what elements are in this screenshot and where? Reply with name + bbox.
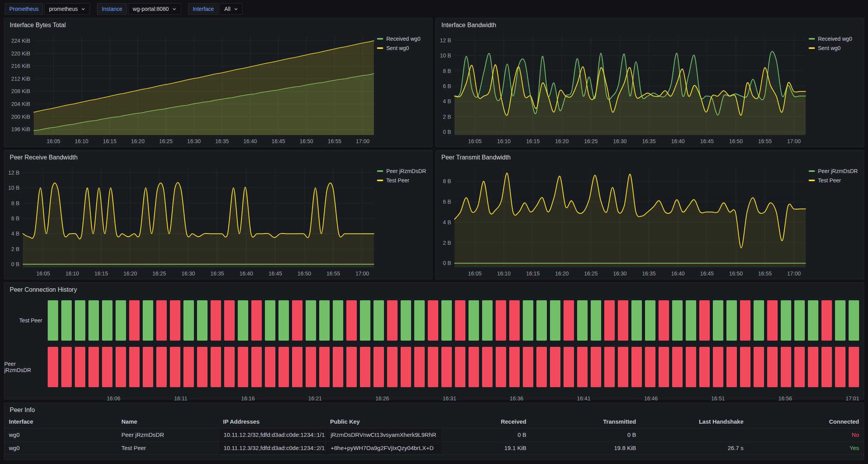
history-bar-connected[interactable]: [577, 300, 588, 341]
panel-title[interactable]: Peer Transmit Bandwidth: [436, 151, 864, 163]
history-bar-disconnected[interactable]: [659, 347, 669, 387]
panel-title[interactable]: Interface Bytes Total: [4, 18, 432, 30]
history-bar-connected[interactable]: [726, 300, 737, 341]
history-bar-disconnected[interactable]: [116, 347, 126, 387]
column-header-name[interactable]: Name: [117, 415, 218, 428]
legend-item[interactable]: Received wg0: [809, 36, 861, 42]
history-bar-disconnected[interactable]: [238, 347, 248, 387]
history-bar-disconnected[interactable]: [835, 347, 846, 387]
history-bar-connected[interactable]: [645, 300, 655, 341]
history-bar-connected[interactable]: [401, 300, 411, 341]
history-bar-disconnected[interactable]: [604, 347, 615, 387]
legend-item[interactable]: Test Peer: [809, 177, 861, 184]
history-bar-connected[interactable]: [48, 300, 58, 341]
history-bar-disconnected[interactable]: [455, 300, 465, 341]
history-bar-connected[interactable]: [319, 300, 330, 341]
history-bar-disconnected[interactable]: [346, 347, 357, 387]
history-bar-connected[interactable]: [550, 300, 560, 341]
legend-item[interactable]: Sent wg0: [809, 45, 861, 51]
legend-item[interactable]: Peer jRzmDsDR: [809, 168, 861, 174]
history-bar-disconnected[interactable]: [794, 347, 805, 387]
variable-dropdown-prometheus[interactable]: prometheus: [44, 3, 90, 15]
history-bar-disconnected[interactable]: [754, 347, 764, 387]
history-bar-disconnected[interactable]: [631, 347, 642, 387]
legend-item[interactable]: Sent wg0: [377, 45, 429, 51]
history-bar-disconnected[interactable]: [346, 300, 357, 341]
history-bar-disconnected[interactable]: [713, 347, 723, 387]
history-bar-connected[interactable]: [523, 300, 533, 341]
history-bar-connected[interactable]: [373, 300, 384, 341]
history-bar-disconnected[interactable]: [808, 347, 818, 387]
history-bar-disconnected[interactable]: [360, 347, 370, 387]
history-bar-disconnected[interactable]: [686, 347, 696, 387]
column-header-transmitted[interactable]: Transmitted: [531, 415, 641, 428]
history-bar-disconnected[interactable]: [156, 347, 167, 387]
history-bar-connected[interactable]: [61, 300, 72, 341]
history-bar-disconnected[interactable]: [170, 300, 180, 341]
history-bar-connected[interactable]: [713, 300, 723, 341]
history-bar-disconnected[interactable]: [183, 347, 194, 387]
history-bar-disconnected[interactable]: [618, 300, 628, 341]
history-bar-disconnected[interactable]: [726, 347, 737, 387]
history-bar-connected[interactable]: [183, 300, 194, 341]
history-bar-disconnected[interactable]: [156, 300, 167, 341]
legend-item[interactable]: Peer jRzmDsDR: [377, 168, 429, 174]
history-bar-disconnected[interactable]: [672, 347, 683, 387]
history-bar-disconnected[interactable]: [740, 300, 750, 341]
history-bar-disconnected[interactable]: [265, 347, 275, 387]
history-bar-disconnected[interactable]: [292, 347, 303, 387]
history-bar-disconnected[interactable]: [224, 300, 235, 341]
history-bar-disconnected[interactable]: [564, 300, 574, 341]
history-bar-disconnected[interactable]: [428, 347, 438, 387]
history-bar-connected[interactable]: [88, 300, 99, 341]
history-bar-connected[interactable]: [754, 300, 764, 341]
history-bar-disconnected[interactable]: [849, 347, 859, 387]
history-bar-disconnected[interactable]: [292, 300, 303, 341]
history-bar-connected[interactable]: [469, 300, 479, 341]
history-bar-disconnected[interactable]: [659, 300, 669, 341]
history-bar-disconnected[interactable]: [645, 347, 655, 387]
history-bar-connected[interactable]: [672, 300, 683, 341]
history-bar-disconnected[interactable]: [618, 347, 628, 387]
column-header-ip-addresses[interactable]: IP Addresses: [218, 415, 325, 428]
history-bar-disconnected[interactable]: [211, 300, 221, 341]
history-bar-disconnected[interactable]: [278, 347, 289, 387]
history-bar-disconnected[interactable]: [251, 347, 262, 387]
variable-dropdown-interface[interactable]: All: [220, 3, 243, 15]
legend-item[interactable]: Received wg0: [377, 36, 429, 42]
history-bar-connected[interactable]: [482, 300, 493, 341]
history-bar-disconnected[interactable]: [821, 347, 832, 387]
history-bar-connected[interactable]: [360, 300, 370, 341]
history-bar-disconnected[interactable]: [455, 347, 465, 387]
history-bar-disconnected[interactable]: [373, 347, 384, 387]
history-bar-disconnected[interactable]: [699, 347, 710, 387]
history-bar-connected[interactable]: [781, 300, 791, 341]
chart-canvas[interactable]: 196 KiB200 KiB204 KiB208 KiB212 KiB216 K…: [4, 30, 377, 147]
history-bar-disconnected[interactable]: [740, 347, 750, 387]
history-bar-disconnected[interactable]: [211, 347, 221, 387]
history-bar-disconnected[interactable]: [414, 347, 425, 387]
column-header-received[interactable]: Received: [442, 415, 531, 428]
history-bar-connected[interactable]: [116, 300, 126, 341]
panel-title[interactable]: Interface Bandwidth: [436, 18, 864, 30]
history-bar-disconnected[interactable]: [496, 347, 506, 387]
variable-dropdown-instance[interactable]: wg-portal:8080: [128, 3, 181, 15]
history-bar-disconnected[interactable]: [75, 347, 85, 387]
history-bar-disconnected[interactable]: [509, 347, 520, 387]
history-bar-disconnected[interactable]: [577, 347, 588, 387]
history-bar-disconnected[interactable]: [88, 347, 99, 387]
history-bar-disconnected[interactable]: [224, 347, 235, 387]
history-bar-connected[interactable]: [835, 300, 846, 341]
chart-canvas[interactable]: 0 B2 B4 B6 B8 B16:0516:1016:1516:2016:25…: [436, 163, 809, 279]
history-bar-disconnected[interactable]: [496, 300, 506, 341]
history-bar-connected[interactable]: [631, 300, 642, 341]
history-bar-disconnected[interactable]: [306, 347, 316, 387]
history-bar-connected[interactable]: [278, 300, 289, 341]
history-bar-disconnected[interactable]: [536, 347, 547, 387]
history-bar-connected[interactable]: [808, 300, 818, 341]
history-bar-disconnected[interactable]: [170, 347, 180, 387]
history-bar-disconnected[interactable]: [550, 347, 560, 387]
history-bar-connected[interactable]: [238, 300, 248, 341]
history-bar-disconnected[interactable]: [401, 347, 411, 387]
column-header-public-key[interactable]: Public Key: [325, 415, 442, 428]
